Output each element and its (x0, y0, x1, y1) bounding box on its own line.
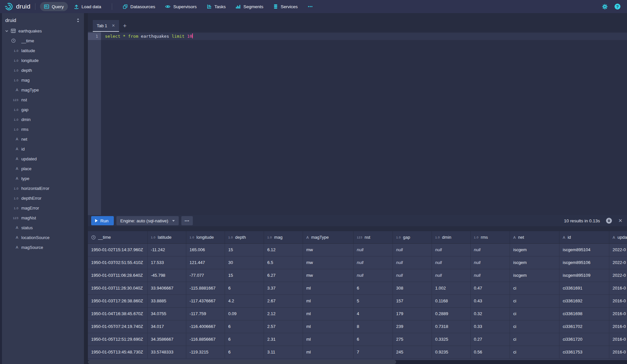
table-cell-mag[interactable]: 2.67 (264, 295, 303, 307)
table-cell-__time[interactable]: 1950-01-03T02:51:55.410Z (88, 256, 148, 269)
table-cell-rms[interactable]: 0.47 (471, 282, 510, 294)
table-cell-rms[interactable]: null (471, 269, 510, 282)
horizontal-scrollbar[interactable] (88, 360, 627, 364)
table-cell-rms[interactable]: 0.27 (471, 333, 510, 346)
table-cell-__time[interactable]: 1950-01-03T11:06:28.640Z (88, 269, 148, 282)
table-cell-latitude[interactable]: 17.533 (148, 256, 186, 269)
query-more-button[interactable]: ••• (181, 216, 193, 225)
table-cell-latitude[interactable]: -11.242 (148, 244, 186, 256)
table-cell-dmin[interactable]: null (432, 256, 471, 269)
table-cell-net[interactable]: iscgem (510, 269, 559, 282)
table-cell-nst[interactable]: null (354, 269, 393, 282)
table-cell-rms[interactable]: 0.32 (471, 308, 510, 320)
table-cell-depth[interactable]: 30 (225, 256, 264, 269)
table-cell-depth[interactable]: 6 (225, 282, 264, 294)
table-cell-gap[interactable]: null (393, 244, 432, 256)
tab-tab1[interactable]: Tab 1 ✕ (93, 20, 119, 32)
table-cell-magType[interactable]: ml (303, 333, 354, 346)
table-cell-depth[interactable]: 6 (225, 346, 264, 358)
nav-item-services[interactable]: Services (269, 2, 302, 11)
table-cell-longitude[interactable]: -117.759 (186, 308, 225, 320)
table-cell-net[interactable]: ci (510, 333, 559, 346)
table-cell-magType[interactable]: ml (303, 295, 354, 307)
table-cell-longitude[interactable]: -117.4376667 (186, 295, 225, 307)
table-cell-mag[interactable]: 2.12 (264, 308, 303, 320)
table-cell-latitude[interactable]: 34.3586667 (148, 333, 186, 346)
table-cell-latitude[interactable]: 33.5748333 (148, 346, 186, 358)
column-header-dmin[interactable]: 1.0dmin (432, 231, 471, 243)
table-cell-longitude[interactable]: -77.077 (186, 269, 225, 282)
table-cell-updated[interactable]: 2016-0 (609, 320, 627, 333)
table-cell-net[interactable]: ci (510, 295, 559, 307)
column-item-longitude[interactable]: 1.0longitude (2, 55, 84, 65)
table-cell-updated[interactable]: 2016-0 (609, 333, 627, 346)
app-logo[interactable]: druid (5, 2, 30, 11)
column-header-__time[interactable]: __time (88, 231, 148, 243)
table-cell-mag[interactable]: 3.11 (264, 346, 303, 358)
table-cell-longitude[interactable]: 121.447 (186, 256, 225, 269)
table-cell-dmin[interactable]: 0.3325 (432, 333, 471, 346)
table-cell-__time[interactable]: 1950-01-02T15:14:37.960Z (88, 244, 148, 256)
table-cell-magType[interactable]: ml (303, 346, 354, 358)
column-item-horizontalError[interactable]: 1.0horizontalError (2, 183, 84, 193)
table-cell-rms[interactable]: 0.43 (471, 295, 510, 307)
table-cell-dmin[interactable]: 0.2889 (432, 308, 471, 320)
column-header-longitude[interactable]: 1.0longitude (186, 231, 225, 243)
table-cell-mag[interactable]: 2.57 (264, 320, 303, 333)
add-tab-button[interactable]: + (119, 20, 131, 32)
table-cell-dmin[interactable]: null (432, 244, 471, 256)
nav-item-load-data[interactable]: Load data (70, 2, 105, 11)
table-cell-nst[interactable]: 4 (354, 308, 393, 320)
nav-item-supervisors[interactable]: Supervisors (161, 2, 200, 11)
table-cell-id[interactable]: iscgem895109 (559, 269, 609, 282)
table-cell-gap[interactable]: null (393, 256, 432, 269)
table-cell-mag[interactable]: 6.27 (264, 269, 303, 282)
table-cell-gap[interactable]: 245 (393, 346, 432, 358)
column-item-locationSource[interactable]: AlocationSource (2, 233, 84, 242)
column-item-dmin[interactable]: 1.0dmin (2, 114, 84, 124)
nav-item-datasources[interactable]: Datasources (119, 2, 159, 11)
table-cell-updated[interactable]: 2016-0 (609, 346, 627, 358)
sql-editor[interactable]: 1 select * from earthquakes limit 10 (88, 32, 627, 215)
column-item-magNst[interactable]: 123magNst (2, 213, 84, 223)
table-cell-nst[interactable]: 6 (354, 333, 393, 346)
column-item-updated[interactable]: Aupdated (2, 154, 84, 164)
column-item-magType[interactable]: AmagType (2, 85, 84, 95)
table-cell-mag[interactable]: 6.12 (264, 244, 303, 256)
column-item-net[interactable]: Anet (2, 134, 84, 144)
table-cell-latitude[interactable]: -45.798 (148, 269, 186, 282)
table-cell-latitude[interactable]: 34.017 (148, 320, 186, 333)
table-cell-net[interactable]: ci (510, 282, 559, 294)
table-cell-dmin[interactable]: 0.9235 (432, 346, 471, 358)
table-cell-gap[interactable]: null (393, 269, 432, 282)
table-cell-__time[interactable]: 1950-01-05T07:24:19.740Z (88, 320, 148, 333)
table-cell-longitude[interactable]: 165.006 (186, 244, 225, 256)
table-cell-updated[interactable]: 2022-0 (609, 269, 627, 282)
table-cell-depth[interactable]: 15 (225, 269, 264, 282)
table-cell-rms[interactable]: null (471, 256, 510, 269)
table-cell-gap[interactable]: 308 (393, 282, 432, 294)
table-cell-net[interactable]: ci (510, 308, 559, 320)
column-header-rms[interactable]: 1.0rms (471, 231, 510, 243)
column-item-magSource[interactable]: AmagSource (2, 242, 84, 252)
scrollbar-thumb[interactable] (88, 360, 396, 364)
table-cell-latitude[interactable]: 33.8885 (148, 295, 186, 307)
table-cell-magType[interactable]: ml (303, 308, 354, 320)
table-cell-mag[interactable]: 3.37 (264, 282, 303, 294)
table-cell-dmin[interactable]: 1.002 (432, 282, 471, 294)
column-header-gap[interactable]: 1.0gap (393, 231, 432, 243)
table-cell-rms[interactable]: 0.33 (471, 320, 510, 333)
nav-item-more[interactable] (304, 2, 317, 11)
column-header-magType[interactable]: AmagType (303, 231, 354, 243)
table-cell-rms[interactable]: 0.56 (471, 346, 510, 358)
table-cell-mag[interactable]: 2.31 (264, 333, 303, 346)
table-cell-longitude[interactable]: -119.3215 (186, 346, 225, 358)
table-cell-gap[interactable]: 179 (393, 308, 432, 320)
table-cell-nst[interactable]: 6 (354, 282, 393, 294)
column-item-place[interactable]: Aplace (2, 164, 84, 173)
column-item-magError[interactable]: 1.0magError (2, 203, 84, 213)
table-cell-longitude[interactable]: -115.8881667 (186, 282, 225, 294)
table-cell-gap[interactable]: 239 (393, 320, 432, 333)
table-cell-depth[interactable]: 15 (225, 244, 264, 256)
nav-item-segments[interactable]: Segments (232, 2, 267, 11)
